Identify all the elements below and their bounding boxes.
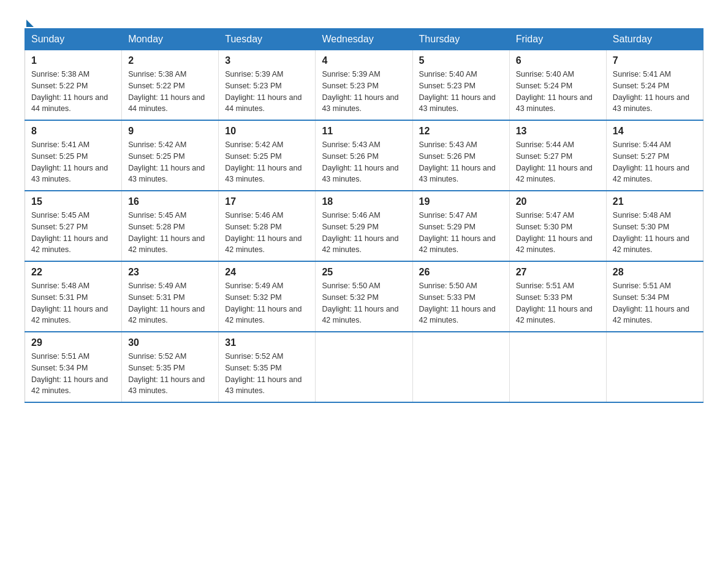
calendar-cell: 24 Sunrise: 5:49 AM Sunset: 5:32 PM Dayl… [219, 261, 316, 332]
calendar-cell [606, 332, 703, 402]
day-info: Sunrise: 5:49 AM Sunset: 5:32 PM Dayligh… [225, 280, 309, 326]
day-info: Sunrise: 5:46 AM Sunset: 5:28 PM Dayligh… [225, 210, 309, 256]
day-info: Sunrise: 5:49 AM Sunset: 5:31 PM Dayligh… [128, 280, 212, 326]
day-info: Sunrise: 5:52 AM Sunset: 5:35 PM Dayligh… [225, 351, 309, 397]
logo [25, 18, 34, 25]
calendar-cell: 30 Sunrise: 5:52 AM Sunset: 5:35 PM Dayl… [122, 332, 219, 402]
day-info: Sunrise: 5:38 AM Sunset: 5:22 PM Dayligh… [31, 69, 115, 115]
calendar-cell: 8 Sunrise: 5:41 AM Sunset: 5:25 PM Dayli… [25, 120, 122, 191]
day-info: Sunrise: 5:48 AM Sunset: 5:30 PM Dayligh… [613, 210, 697, 256]
day-number: 1 [31, 55, 115, 66]
day-info: Sunrise: 5:40 AM Sunset: 5:24 PM Dayligh… [516, 69, 600, 115]
calendar-cell: 10 Sunrise: 5:42 AM Sunset: 5:25 PM Dayl… [219, 120, 316, 191]
day-info: Sunrise: 5:44 AM Sunset: 5:27 PM Dayligh… [516, 139, 600, 185]
day-info: Sunrise: 5:51 AM Sunset: 5:33 PM Dayligh… [516, 280, 600, 326]
page-header [25, 18, 703, 25]
day-info: Sunrise: 5:39 AM Sunset: 5:23 PM Dayligh… [322, 69, 406, 115]
day-number: 5 [419, 55, 503, 66]
calendar-cell: 29 Sunrise: 5:51 AM Sunset: 5:34 PM Dayl… [25, 332, 122, 402]
calendar-cell: 13 Sunrise: 5:44 AM Sunset: 5:27 PM Dayl… [509, 120, 606, 191]
calendar-week-5: 29 Sunrise: 5:51 AM Sunset: 5:34 PM Dayl… [25, 332, 703, 402]
calendar-cell: 5 Sunrise: 5:40 AM Sunset: 5:23 PM Dayli… [412, 50, 509, 121]
calendar-cell: 19 Sunrise: 5:47 AM Sunset: 5:29 PM Dayl… [412, 191, 509, 261]
calendar-cell: 4 Sunrise: 5:39 AM Sunset: 5:23 PM Dayli… [316, 50, 412, 121]
day-number: 3 [225, 55, 309, 66]
column-header-saturday: Saturday [606, 29, 703, 50]
calendar-cell: 6 Sunrise: 5:40 AM Sunset: 5:24 PM Dayli… [509, 50, 606, 121]
day-info: Sunrise: 5:45 AM Sunset: 5:27 PM Dayligh… [31, 210, 115, 256]
calendar-cell: 17 Sunrise: 5:46 AM Sunset: 5:28 PM Dayl… [219, 191, 316, 261]
column-header-monday: Monday [122, 29, 219, 50]
calendar-cell: 3 Sunrise: 5:39 AM Sunset: 5:23 PM Dayli… [219, 50, 316, 121]
day-info: Sunrise: 5:50 AM Sunset: 5:32 PM Dayligh… [322, 280, 406, 326]
column-header-wednesday: Wednesday [316, 29, 412, 50]
calendar-cell: 23 Sunrise: 5:49 AM Sunset: 5:31 PM Dayl… [122, 261, 219, 332]
day-number: 29 [31, 337, 115, 348]
day-info: Sunrise: 5:43 AM Sunset: 5:26 PM Dayligh… [419, 139, 503, 185]
day-info: Sunrise: 5:52 AM Sunset: 5:35 PM Dayligh… [128, 351, 212, 397]
calendar-cell: 12 Sunrise: 5:43 AM Sunset: 5:26 PM Dayl… [412, 120, 509, 191]
calendar-cell: 31 Sunrise: 5:52 AM Sunset: 5:35 PM Dayl… [219, 332, 316, 402]
day-number: 7 [613, 55, 697, 66]
day-info: Sunrise: 5:38 AM Sunset: 5:22 PM Dayligh… [128, 69, 212, 115]
day-info: Sunrise: 5:44 AM Sunset: 5:27 PM Dayligh… [613, 139, 697, 185]
day-number: 22 [31, 267, 115, 278]
day-number: 2 [128, 55, 212, 66]
day-number: 15 [31, 196, 115, 207]
calendar-cell: 11 Sunrise: 5:43 AM Sunset: 5:26 PM Dayl… [316, 120, 412, 191]
day-number: 23 [128, 267, 212, 278]
calendar-cell: 2 Sunrise: 5:38 AM Sunset: 5:22 PM Dayli… [122, 50, 219, 121]
day-number: 14 [613, 126, 697, 137]
day-info: Sunrise: 5:47 AM Sunset: 5:29 PM Dayligh… [419, 210, 503, 256]
day-info: Sunrise: 5:41 AM Sunset: 5:25 PM Dayligh… [31, 139, 115, 185]
day-number: 6 [516, 55, 600, 66]
calendar-cell: 1 Sunrise: 5:38 AM Sunset: 5:22 PM Dayli… [25, 50, 122, 121]
column-header-tuesday: Tuesday [219, 29, 316, 50]
day-number: 20 [516, 196, 600, 207]
calendar-cell: 26 Sunrise: 5:50 AM Sunset: 5:33 PM Dayl… [412, 261, 509, 332]
calendar-cell: 25 Sunrise: 5:50 AM Sunset: 5:32 PM Dayl… [316, 261, 412, 332]
day-number: 24 [225, 267, 309, 278]
day-number: 26 [419, 267, 503, 278]
calendar-cell: 16 Sunrise: 5:45 AM Sunset: 5:28 PM Dayl… [122, 191, 219, 261]
column-header-thursday: Thursday [412, 29, 509, 50]
day-number: 18 [322, 196, 406, 207]
day-info: Sunrise: 5:40 AM Sunset: 5:23 PM Dayligh… [419, 69, 503, 115]
day-number: 25 [322, 267, 406, 278]
calendar-cell [509, 332, 606, 402]
calendar-cell: 7 Sunrise: 5:41 AM Sunset: 5:24 PM Dayli… [606, 50, 703, 121]
day-number: 9 [128, 126, 212, 137]
calendar-cell: 22 Sunrise: 5:48 AM Sunset: 5:31 PM Dayl… [25, 261, 122, 332]
day-info: Sunrise: 5:51 AM Sunset: 5:34 PM Dayligh… [31, 351, 115, 397]
day-info: Sunrise: 5:47 AM Sunset: 5:30 PM Dayligh… [516, 210, 600, 256]
day-number: 4 [322, 55, 406, 66]
day-info: Sunrise: 5:45 AM Sunset: 5:28 PM Dayligh… [128, 210, 212, 256]
day-number: 8 [31, 126, 115, 137]
day-info: Sunrise: 5:39 AM Sunset: 5:23 PM Dayligh… [225, 69, 309, 115]
day-number: 31 [225, 337, 309, 348]
day-number: 30 [128, 337, 212, 348]
day-info: Sunrise: 5:42 AM Sunset: 5:25 PM Dayligh… [225, 139, 309, 185]
calendar-table: SundayMondayTuesdayWednesdayThursdayFrid… [25, 28, 703, 403]
calendar-week-1: 1 Sunrise: 5:38 AM Sunset: 5:22 PM Dayli… [25, 50, 703, 121]
column-header-sunday: Sunday [25, 29, 122, 50]
calendar-cell: 14 Sunrise: 5:44 AM Sunset: 5:27 PM Dayl… [606, 120, 703, 191]
calendar-cell [412, 332, 509, 402]
day-info: Sunrise: 5:50 AM Sunset: 5:33 PM Dayligh… [419, 280, 503, 326]
calendar-week-3: 15 Sunrise: 5:45 AM Sunset: 5:27 PM Dayl… [25, 191, 703, 261]
calendar-cell: 18 Sunrise: 5:46 AM Sunset: 5:29 PM Dayl… [316, 191, 412, 261]
day-number: 21 [613, 196, 697, 207]
calendar-week-4: 22 Sunrise: 5:48 AM Sunset: 5:31 PM Dayl… [25, 261, 703, 332]
day-number: 19 [419, 196, 503, 207]
day-number: 17 [225, 196, 309, 207]
calendar-cell: 21 Sunrise: 5:48 AM Sunset: 5:30 PM Dayl… [606, 191, 703, 261]
day-number: 11 [322, 126, 406, 137]
logo-triangle-icon [26, 20, 34, 27]
day-number: 10 [225, 126, 309, 137]
day-number: 28 [613, 267, 697, 278]
day-number: 16 [128, 196, 212, 207]
day-number: 27 [516, 267, 600, 278]
day-info: Sunrise: 5:41 AM Sunset: 5:24 PM Dayligh… [613, 69, 697, 115]
day-number: 12 [419, 126, 503, 137]
calendar-cell: 9 Sunrise: 5:42 AM Sunset: 5:25 PM Dayli… [122, 120, 219, 191]
